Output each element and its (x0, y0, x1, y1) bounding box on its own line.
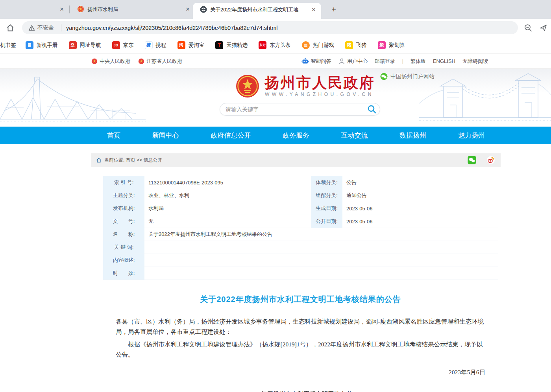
juhuasuan-icon: 聚 (378, 41, 386, 49)
nav-item-interaction[interactable]: 互动交流 (341, 131, 368, 140)
mail-login-link[interactable]: 邮箱登录 (375, 58, 395, 65)
taobao-icon: 淘 (178, 41, 185, 49)
site-search (220, 103, 380, 116)
weibo-share-icon[interactable] (486, 156, 495, 164)
tab-separator (69, 6, 70, 13)
site-banner: 扬州市人民政府 WWW.YANGZHOU.GOV.CN 中国扬州门户网站 (0, 69, 551, 127)
nav-item-services[interactable]: 政务服务 (283, 131, 309, 140)
browser-toolbar: 不安全 yangzhou.gov.cn/yzszxxgk/slj/202305/… (0, 19, 551, 37)
home-small-icon (96, 158, 102, 163)
site-url: WWW.YANGZHOU.GOV.CN (265, 92, 375, 97)
bookmark-item[interactable]: JD京东 (112, 41, 134, 49)
gov-links-right: 智能问答 用户中心 邮箱登录 | 繁体版 ENGLISH 无障碍阅读 (301, 58, 488, 65)
bookmark-item[interactable]: 聚聚划算 (378, 41, 405, 49)
bridge-sketch-left (0, 75, 146, 127)
content-container: 当前位置: 首页 >> 信息公开 索 引 号: 1132100001440709… (91, 153, 501, 392)
breadcrumb-text[interactable]: 当前位置: 首页 >> 信息公开 (104, 157, 162, 164)
jiangsu-gov-link[interactable]: 江苏省人民政府 (138, 58, 182, 65)
nav-site-icon: 爻 (69, 41, 77, 49)
share-icon[interactable] (538, 23, 548, 33)
bridge-sketch-right (419, 70, 551, 127)
zoom-out-icon[interactable] (523, 23, 533, 33)
wechat-share-icon[interactable] (468, 156, 476, 164)
url-text[interactable]: yangzhou.gov.cn/yzszxxgk/slj/202305/210c… (66, 25, 277, 31)
tab-title-active[interactable]: 关于2022年度扬州市水利工程文明工地 (210, 6, 304, 13)
bookmark-item[interactable]: 爻网址导航 (69, 41, 101, 49)
browser-tab-bar: ✕ 扬州市水利局 ✕ 关于2022年度扬州市水利工程文明工地 ✕ + (0, 0, 551, 19)
portal-label: 中国扬州门户网站 (390, 73, 435, 80)
nav-item-home[interactable]: 首页 (107, 131, 120, 140)
new-tab-button[interactable]: + (328, 4, 339, 15)
bookmark-item[interactable]: 淘爱淘宝 (178, 41, 205, 49)
address-bar[interactable]: 不安全 yangzhou.gov.cn/yzszxxgk/slj/202305/… (22, 21, 518, 34)
search-input[interactable] (220, 106, 364, 112)
active-tab[interactable]: 关于2022年度扬州市水利工程文明工地 ✕ (193, 3, 321, 19)
user-center-link[interactable]: 用户中心 (338, 58, 368, 65)
bookmark-item[interactable]: 猪飞猪 (345, 41, 367, 49)
smart-qa-link[interactable]: 智能问答 (301, 58, 331, 65)
address-separator (61, 24, 61, 31)
gov-top-bar: 中央人民政府 江苏省人民政府 智能问答 用户中心 邮箱登录 | 繁体版 ENGL… (0, 54, 551, 69)
table-row: 发布机构: 水利局 生成日期: 2023-05-06 (103, 202, 498, 215)
fliggy-icon: 猪 (345, 41, 353, 49)
breadcrumb: 当前位置: 首页 >> 信息公开 (91, 153, 501, 167)
gov-emblem-favicon-icon (77, 6, 84, 13)
close-tab-icon[interactable]: ✕ (184, 6, 191, 13)
table-row: 主题分类: 农业、林业、水利 组配分类: 通知公告 (103, 189, 498, 202)
bookmark-item[interactable]: ≣新机手册 (26, 41, 58, 49)
portal-link[interactable]: 中国扬州门户网站 (380, 73, 435, 80)
close-tab-icon[interactable]: ✕ (58, 6, 65, 13)
bookmark-item[interactable]: 东方东方头条 (259, 41, 291, 49)
nav-item-news[interactable]: 新闻中心 (152, 131, 179, 140)
traditional-chinese-link[interactable]: 繁体版 (410, 58, 426, 65)
tab-title-inactive[interactable]: 扬州市水利局 (87, 6, 178, 13)
article-list-title: 2022年度扬州市水利工程文明工地名单 (116, 390, 485, 392)
table-row: 文 号: 无 公开日期: 2023-05-06 (103, 215, 498, 228)
nav-item-charm[interactable]: 魅力扬州 (458, 131, 485, 140)
user-icon (338, 58, 345, 64)
english-link[interactable]: ENGLISH (433, 58, 455, 64)
browser-logo-favicon-icon (200, 6, 207, 13)
table-row: 索 引 号: 11321000014407098E-2023-095 体裁分类:… (103, 176, 498, 189)
site-name: 扬州市人民政府 (265, 75, 375, 91)
article-paragraph: 各县（市、区）水利（务）局，扬州经济开发区城乡事务管理局，生态科技新城规划建设局… (116, 317, 485, 337)
close-tab-icon[interactable]: ✕ (310, 6, 317, 13)
accessibility-link[interactable]: 无障碍阅读 (462, 58, 488, 65)
bookmark-item[interactable]: 机书签 (0, 42, 16, 49)
robot-icon (301, 58, 309, 64)
table-row: 关 键 词: (103, 241, 498, 254)
bookmark-item[interactable]: T天猫精选 (215, 41, 248, 49)
table-row: 时 效: (103, 267, 498, 280)
wechat-icon (380, 73, 388, 80)
nav-item-info-disclosure[interactable]: 政府信息公开 (211, 131, 251, 140)
warning-triangle-icon (28, 25, 35, 31)
gov-emblem-icon (91, 58, 98, 64)
eastday-icon: 东方 (259, 41, 266, 49)
gov-emblem-icon (138, 58, 144, 64)
table-row: 内容概述: (103, 254, 498, 267)
games-icon: ▦ (302, 41, 310, 49)
article-date: 2023年5月6日 (116, 368, 485, 377)
table-row: 名 称: 关于2022年度扬州市水利工程文明工地考核结果的公告 (103, 228, 498, 241)
bookmark-item[interactable]: 携携程 (145, 41, 166, 49)
search-icon[interactable] (364, 103, 380, 115)
jd-icon: JD (112, 41, 120, 49)
divider: | (402, 59, 403, 64)
tmall-icon: T (215, 41, 223, 49)
nav-item-data[interactable]: 数据扬州 (399, 131, 426, 140)
manual-icon: ≣ (26, 41, 33, 49)
central-gov-link[interactable]: 中央人民政府 (91, 58, 130, 65)
main-nav: 首页 新闻中心 政府信息公开 政务服务 互动交流 数据扬州 魅力扬州 (0, 127, 551, 144)
gov-links-left: 中央人民政府 江苏省人民政府 (91, 58, 182, 65)
security-status-label[interactable]: 不安全 (37, 24, 54, 31)
article-paragraph: 根据《扬州市水利工程文明工地建设管理办法》（扬水规[2019]1号），2022年… (116, 339, 485, 360)
document-meta-table: 索 引 号: 11321000014407098E-2023-095 体裁分类:… (103, 176, 498, 280)
national-emblem-icon (235, 74, 260, 98)
article: 关于2022年度扬州市水利工程文明工地考核结果的公告 各县（市、区）水利（务）局… (103, 294, 498, 392)
site-logo[interactable]: 扬州市人民政府 WWW.YANGZHOU.GOV.CN (235, 74, 375, 98)
bookmark-item[interactable]: ▦热门游戏 (302, 41, 334, 49)
home-icon[interactable] (5, 22, 16, 33)
article-title: 关于2022年度扬州市水利工程文明工地考核结果的公告 (103, 294, 498, 305)
bookmarks-bar: 机书签 ≣新机手册 爻网址导航 JD京东 携携程 淘爱淘宝 T天猫精选 东方东方… (0, 37, 551, 54)
ctrip-icon: 携 (145, 41, 153, 49)
